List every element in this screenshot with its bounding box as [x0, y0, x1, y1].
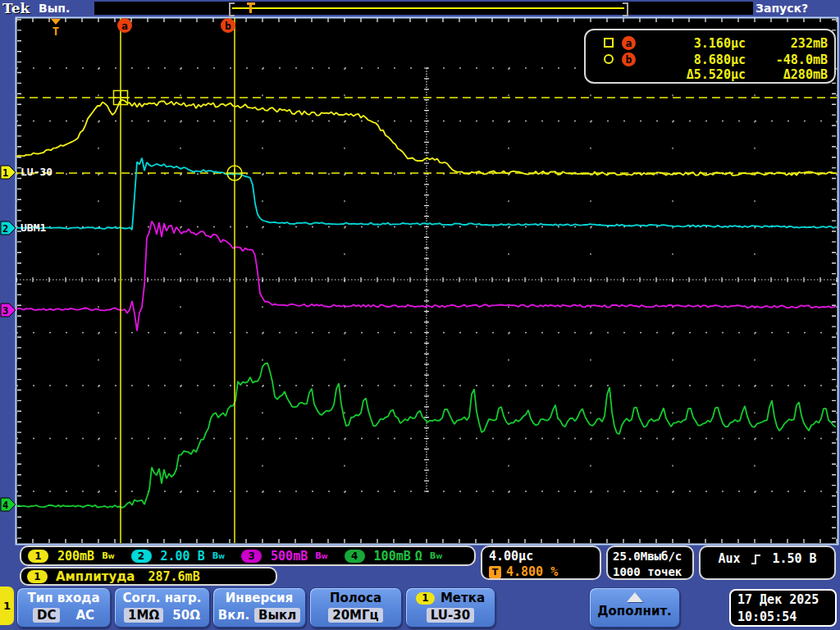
cursor-a-badge: a: [622, 36, 636, 50]
cursor-b-time: 8.680µс: [643, 52, 746, 67]
oscilloscope-ui: Tek Вып. Запуск? Tab1LU-302UBM134 a 3.16…: [0, 0, 840, 630]
ch1-label: LU-30: [21, 166, 52, 178]
cursor-b-badge: b: [622, 52, 636, 66]
ch2-position-number: 2: [2, 223, 8, 235]
ch2-label: UBM1: [21, 221, 46, 234]
oscilloscope-screen: Tab1LU-302UBM134: [0, 0, 840, 630]
ch4-position-number: 4: [2, 500, 8, 511]
cursor-readout-box: a 3.160µс 232mB b 8.680µс -48.0mB Δ5.520…: [584, 29, 836, 84]
cursor-a-top-letter: a: [121, 20, 128, 32]
cursor-a-row: a 3.160µс 232mB: [586, 35, 834, 52]
cursor-a-square-icon: [604, 38, 614, 48]
ch3-position-number: 3: [2, 305, 8, 317]
cursor-a-time: 3.160µс: [643, 36, 746, 51]
cursor-delta-row: Δ5.520µс Δ280mB: [586, 66, 834, 84]
cursor-b-circle-icon: [604, 54, 614, 64]
trigger-position-letter: T: [52, 25, 59, 38]
ch1-position-number: 1: [2, 167, 8, 179]
cursor-b-value: -48.0mB: [746, 52, 828, 67]
cursor-b-top-letter: b: [225, 20, 231, 32]
cursor-a-value: 232mB: [746, 36, 828, 51]
cursor-delta-time: Δ5.520µс: [643, 67, 746, 82]
cursor-delta-value: Δ280mB: [746, 67, 828, 82]
